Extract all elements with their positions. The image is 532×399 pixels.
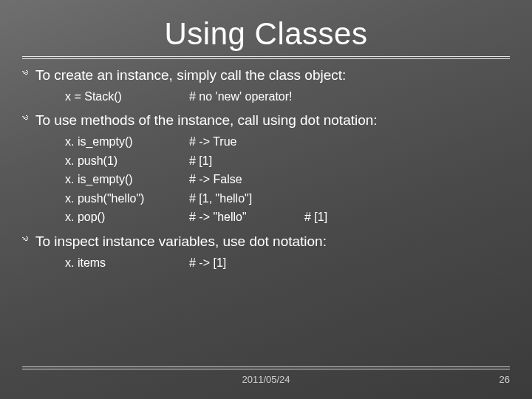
page-number: 26 (499, 374, 510, 385)
code-row: x. items # -> [1] (65, 253, 510, 273)
code-comment: # [1] (304, 208, 327, 227)
footer-row: 2011/05/24 26 (22, 374, 510, 389)
code-expr: x. items (65, 253, 189, 273)
code-expr: x = Stack() (65, 87, 189, 106)
code-row: x. push(1) # [1] (65, 151, 510, 171)
code-expr: x. is_empty() (65, 132, 189, 151)
code-row: x. is_empty() # -> False (65, 170, 510, 189)
bullet-text: To use methods of the instance, call usi… (35, 112, 378, 129)
code-row: x. push("hello") # [1, "hello"] (65, 189, 510, 208)
bullet-text: To create an instance, simply call the c… (35, 66, 346, 84)
code-comment: # -> True (189, 132, 304, 151)
bullet-item: ༄ To inspect instance variables, use dot… (22, 233, 510, 250)
bullet-item: ༄ To use methods of the instance, call u… (22, 112, 510, 129)
code-expr: x. push(1) (65, 151, 189, 171)
code-block: x. items # -> [1] (65, 253, 510, 273)
footer-rule-bottom (22, 369, 510, 369)
code-comment: # -> "hello" (189, 208, 304, 227)
title-rule-top (22, 56, 510, 57)
swirl-bullet-icon: ༄ (22, 233, 35, 248)
code-expr: x. push("hello") (65, 189, 189, 208)
code-block: x = Stack() # no 'new' operator! (65, 87, 510, 106)
title-rule-bottom (22, 58, 510, 59)
swirl-bullet-icon: ༄ (22, 66, 35, 82)
code-row: x = Stack() # no 'new' operator! (65, 87, 510, 106)
footer-date: 2011/05/24 (242, 374, 290, 385)
code-comment: # -> [1] (189, 253, 304, 273)
code-comment: # [1, "hello"] (189, 189, 304, 208)
footer-rule-top (22, 366, 510, 367)
code-row: x. pop() # -> "hello" # [1] (65, 208, 510, 227)
code-comment: # -> False (189, 170, 304, 189)
slide-footer: 2011/05/24 26 (22, 366, 510, 389)
code-block: x. is_empty() # -> True x. push(1) # [1]… (65, 132, 510, 227)
code-comment: # [1] (189, 151, 304, 171)
bullet-text: To inspect instance variables, use dot n… (35, 233, 327, 250)
code-row: x. is_empty() # -> True (65, 132, 510, 151)
code-comment: # no 'new' operator! (189, 87, 304, 106)
bullet-item: ༄ To create an instance, simply call the… (22, 66, 510, 84)
swirl-bullet-icon: ༄ (22, 112, 35, 127)
slide-content: ༄ To create an instance, simply call the… (22, 66, 510, 272)
code-expr: x. is_empty() (65, 170, 189, 189)
slide: Using Classes ༄ To create an instance, s… (0, 0, 532, 399)
code-expr: x. pop() (65, 208, 189, 227)
slide-title: Using Classes (22, 16, 510, 52)
